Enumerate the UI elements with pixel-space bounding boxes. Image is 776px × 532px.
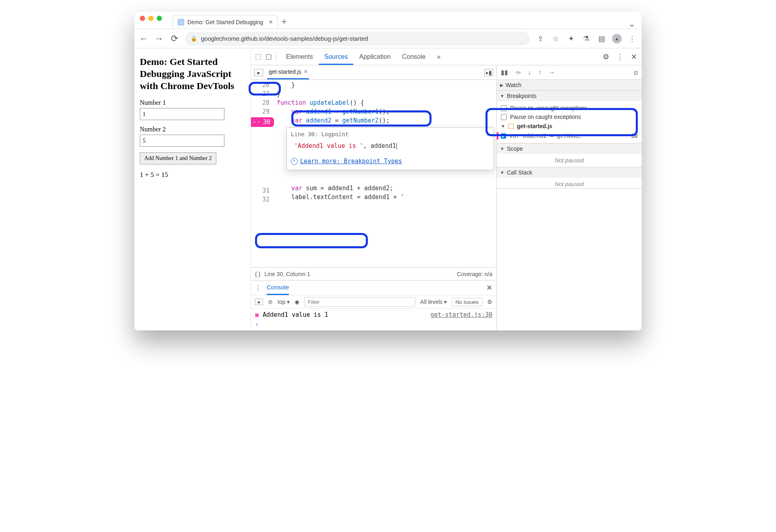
- step-into-icon[interactable]: ↓: [528, 69, 531, 76]
- breakpoint-entry[interactable]: var addend2 = getNum… 30: [501, 131, 638, 141]
- reading-list-icon[interactable]: ▤: [597, 34, 606, 43]
- window-titlebar: Demo: Get Started Debugging × + ⌄: [134, 11, 642, 29]
- cursor-position: Line 30, Column 1: [264, 271, 310, 277]
- pause-uncaught-checkbox[interactable]: Pause on uncaught exceptions: [501, 104, 638, 112]
- share-icon[interactable]: ⇪: [535, 34, 545, 43]
- code-lines: } } function updateLabel() { var addend1…: [274, 80, 496, 267]
- line-gutter[interactable]: 26 27 28 29 30 31 32: [251, 80, 274, 267]
- inspect-element-icon[interactable]: ⬚: [255, 52, 261, 61]
- code-editor[interactable]: 26 27 28 29 30 31 32 30: [251, 80, 496, 267]
- logpoint-line-label: Line 30:: [291, 131, 318, 137]
- navigator-toggle-icon[interactable]: ▸: [254, 69, 263, 76]
- run-snippet-icon[interactable]: ▸▮: [484, 69, 493, 76]
- new-tab-button[interactable]: +: [278, 17, 290, 29]
- sources-panel: ▸ get-started.js × ▸▮ 26 27 28: [251, 65, 497, 330]
- demo-page: Demo: Get Started Debugging JavaScript w…: [134, 48, 251, 330]
- minimize-window-icon[interactable]: [148, 16, 154, 21]
- callstack-not-paused: Not paused: [497, 178, 642, 188]
- tab-sources[interactable]: Sources: [319, 48, 354, 65]
- step-out-icon[interactable]: ↑: [538, 69, 542, 76]
- logpoint-type[interactable]: Logpoint: [321, 131, 348, 137]
- clear-console-icon[interactable]: ⊘: [268, 299, 273, 305]
- watch-header[interactable]: ▶Watch: [497, 80, 642, 90]
- info-icon: [291, 158, 298, 165]
- scope-header[interactable]: ▼Scope: [497, 143, 642, 154]
- logpoint-expression-input[interactable]: 'Addend1 value is ', addend1: [291, 140, 490, 152]
- more-icon[interactable]: ⋮: [616, 52, 624, 61]
- close-tab-icon[interactable]: ×: [269, 18, 273, 26]
- bookmark-icon[interactable]: ☆: [551, 34, 560, 43]
- js-file-icon: [508, 124, 514, 129]
- console-drawer: ⋮ Console ✕ ▸ ⊘ top ▾ ◉ All levels ▾: [251, 280, 496, 330]
- close-devtools-icon[interactable]: ✕: [631, 52, 637, 61]
- close-window-icon[interactable]: [140, 16, 145, 21]
- editor-status-bar: { } Line 30, Column 1 Coverage: n/a: [251, 267, 496, 280]
- console-log-message: Addend1 value is 1: [263, 311, 328, 318]
- console-run-icon[interactable]: ▸: [255, 299, 263, 305]
- breakpoints-header[interactable]: ▼Breakpoints: [497, 91, 642, 101]
- page-heading: Demo: Get Started Debugging JavaScript w…: [140, 56, 245, 92]
- breakpoint-file[interactable]: ▼ get-started.js: [501, 121, 638, 131]
- reload-button[interactable]: ⟳: [170, 33, 179, 44]
- add-button[interactable]: Add Number 1 and Number 2: [140, 152, 216, 164]
- coverage-status: Coverage: n/a: [457, 271, 492, 277]
- tab-application[interactable]: Application: [353, 48, 396, 65]
- tab-overflow[interactable]: »: [431, 48, 446, 65]
- back-button[interactable]: ←: [139, 33, 149, 44]
- pause-caught-checkbox[interactable]: Pause on caught exceptions: [501, 112, 638, 121]
- live-expression-icon[interactable]: ◉: [295, 299, 299, 305]
- debugger-panel: ▮▮ ⤼ ↓ ↑ → ⧄ ▶Watch ▼Breakpoints: [497, 65, 642, 330]
- console-settings-icon[interactable]: ⚙: [487, 299, 492, 305]
- logpoint-gutter-badge[interactable]: 30: [251, 118, 274, 127]
- number1-label: Number 1: [140, 99, 245, 106]
- lock-icon: 🔒: [191, 35, 197, 42]
- settings-icon[interactable]: ⚙: [603, 52, 609, 61]
- step-icon[interactable]: →: [549, 69, 555, 76]
- favicon-icon: [178, 19, 184, 25]
- deactivate-breakpoints-icon[interactable]: ⧄: [634, 69, 638, 76]
- logpoint-editor[interactable]: Line 30: Logpoint ▾ 'Addend1 value is ',…: [286, 127, 494, 170]
- profile-avatar[interactable]: ▲: [612, 34, 622, 44]
- step-over-icon[interactable]: ⤼: [515, 69, 521, 76]
- logpoint-marker-icon: [497, 132, 498, 139]
- traffic-lights: [140, 11, 162, 29]
- extensions-icon[interactable]: ✦: [566, 34, 576, 43]
- browser-tab-title: Demo: Get Started Debugging: [187, 19, 263, 25]
- callstack-header[interactable]: ▼Call Stack: [497, 167, 642, 178]
- format-icon[interactable]: { }: [255, 271, 260, 277]
- tab-elements[interactable]: Elements: [280, 48, 319, 65]
- labs-icon[interactable]: ⚗: [581, 34, 591, 43]
- drawer-menu-icon[interactable]: ⋮: [255, 284, 261, 291]
- learn-more-link[interactable]: Learn more: Breakpoint Types: [291, 158, 490, 165]
- console-filter-input[interactable]: [304, 297, 415, 307]
- maximize-window-icon[interactable]: [157, 16, 162, 21]
- close-file-icon[interactable]: ×: [304, 68, 307, 75]
- console-log-source[interactable]: get-started.js:30: [430, 311, 492, 318]
- source-file-tab[interactable]: get-started.js ×: [267, 65, 309, 79]
- number1-input[interactable]: [140, 108, 224, 120]
- tabs-overflow-icon[interactable]: ⌄: [629, 19, 635, 29]
- browser-toolbar: ← → ⟳ 🔒 googlechrome.github.io/devtools-…: [134, 29, 642, 48]
- drawer-tab-console[interactable]: Console: [267, 281, 289, 295]
- url-text: googlechrome.github.io/devtools-samples/…: [201, 35, 368, 42]
- scope-not-paused: Not paused: [497, 154, 642, 167]
- log-levels-dropdown[interactable]: All levels ▾: [420, 299, 447, 305]
- menu-icon[interactable]: ⋮: [627, 34, 637, 43]
- issues-button[interactable]: No Issues: [452, 298, 482, 306]
- number2-input[interactable]: [140, 135, 224, 147]
- tab-console[interactable]: Console: [396, 48, 432, 65]
- number2-label: Number 2: [140, 126, 245, 133]
- devtools: ⬚ ▢ Elements Sources Application Console…: [251, 48, 642, 330]
- console-log-row: ▣ Addend1 value is 1 get-started.js:30: [255, 311, 492, 318]
- console-prompt[interactable]: ›: [255, 318, 492, 328]
- close-drawer-icon[interactable]: ✕: [486, 283, 492, 292]
- device-toolbar-icon[interactable]: ▢: [266, 52, 272, 61]
- breakpoint-enabled-checkbox[interactable]: [501, 133, 506, 139]
- logpoint-type-dropdown-icon[interactable]: ▾: [486, 131, 490, 137]
- console-context-dropdown[interactable]: top ▾: [278, 299, 290, 305]
- pause-button[interactable]: ▮▮: [501, 69, 508, 76]
- result-text: 1 + 5 = 15: [140, 171, 245, 179]
- address-bar[interactable]: 🔒 googlechrome.github.io/devtools-sample…: [185, 32, 530, 46]
- browser-tab[interactable]: Demo: Get Started Debugging ×: [172, 15, 278, 29]
- forward-button[interactable]: →: [154, 33, 164, 44]
